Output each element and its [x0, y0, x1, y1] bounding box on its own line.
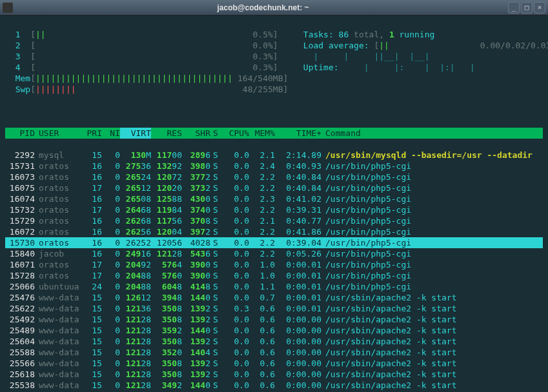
cell-s: S	[210, 303, 221, 314]
col-header-user[interactable]: USER	[35, 128, 81, 139]
cpu-meter-1: 1 [|| 0.5%] Tasks: 86 total, 1 running	[5, 29, 543, 40]
process-row[interactable]: 16075oratos17026512120203732S0.02.20:40.…	[5, 182, 543, 193]
cell-mem: 1.1	[249, 281, 275, 292]
cell-virt: 26524	[120, 172, 151, 182]
cell-shr: 1404	[182, 347, 210, 358]
cell-cmd: /usr/sbin/apache2 -k start	[321, 380, 542, 391]
cell-res: 3592	[151, 325, 182, 336]
terminal-content[interactable]: 1 [|| 0.5%] Tasks: 86 total, 1 running 2…	[0, 15, 548, 392]
process-row[interactable]: 16071oratos1702049257643900S0.01.00:00.0…	[5, 259, 543, 270]
cpu-meter-3: 3 [ 0.3%] | | ||__| |__|	[5, 51, 543, 62]
cell-mem: 1.0	[249, 270, 275, 281]
cell-virt: 12128	[120, 380, 151, 391]
process-row[interactable]: 15728oratos1702048857603900S0.01.00:00.0…	[5, 270, 543, 281]
cell-virt: 26252	[120, 237, 151, 248]
cell-virt: 27536	[120, 161, 151, 172]
cell-cpu: 0.0	[221, 226, 249, 237]
close-button[interactable]: ×	[534, 2, 545, 14]
process-row[interactable]: 25492www-data1501212835081392S0.00.60:00…	[5, 314, 543, 325]
cell-time: 0:00.00	[275, 347, 321, 358]
cell-s: S	[210, 226, 221, 237]
cell-cmd: /usr/sbin/apache2 -k start	[321, 369, 542, 380]
cell-s: S	[210, 270, 221, 281]
cell-res: 3508	[151, 369, 182, 380]
cell-shr: 3740	[182, 204, 210, 215]
column-header-row[interactable]: PIDUSERPRINIVIRTRESSHRSCPU%MEM%TIME+Comm…	[5, 128, 543, 139]
process-row[interactable]: 15731oratos16027536132923980S0.02.40:40.…	[5, 161, 543, 172]
col-header-ni[interactable]: NI	[102, 128, 120, 139]
col-header-mem[interactable]: MEM%	[249, 128, 275, 139]
cell-s: S	[210, 358, 221, 369]
col-header-time[interactable]: TIME+	[275, 128, 321, 139]
cell-shr: 1392	[182, 303, 210, 314]
cell-user: mysql	[35, 150, 81, 161]
process-row[interactable]: 25588www-data1501212835201404S0.00.60:00…	[5, 347, 543, 358]
cell-mem: 0.6	[249, 303, 275, 314]
cell-time: 0:00.01	[275, 303, 321, 314]
cell-pri: 16	[81, 237, 102, 248]
window-titlebar: jacob@codechunk.net: ~ _ □ ×	[0, 0, 548, 15]
cell-time: 0:39.04	[275, 237, 321, 248]
cell-user: ubuntuua	[35, 281, 81, 292]
process-row[interactable]: 16073oratos16026524120723772S0.02.20:40.…	[5, 172, 543, 182]
process-row[interactable]: 25066ubuntuua2402048860484148S0.01.10:00…	[5, 281, 543, 292]
cell-time: 0:40.84	[275, 172, 321, 182]
col-header-shr[interactable]: SHR	[182, 128, 210, 139]
col-header-pid[interactable]: PID	[6, 128, 35, 139]
process-row[interactable]: 25476www-data1501261239481440S0.00.70:00…	[5, 292, 543, 303]
cell-res: 11700	[151, 150, 182, 161]
process-row[interactable]: 25618www-data1501212835081392S0.00.60:00…	[5, 369, 543, 380]
process-row[interactable]: 15729oratos16026268117563708S0.02.10:40.…	[5, 215, 543, 226]
cell-virt: 12128	[120, 369, 151, 380]
cell-pid: 16075	[6, 182, 35, 193]
col-header-virt[interactable]: VIRT	[120, 128, 151, 139]
cell-virt: 130M	[120, 150, 151, 161]
col-header-pri[interactable]: PRI	[81, 128, 102, 139]
process-row[interactable]: 25489www-data1501212835921440S0.00.60:00…	[5, 325, 543, 336]
col-header-res[interactable]: RES	[151, 128, 182, 139]
cell-pri: 17	[81, 204, 102, 215]
maximize-button[interactable]: □	[521, 2, 533, 14]
process-row[interactable]: 25538www-data1501212834921440S0.00.60:00…	[5, 380, 543, 391]
col-header-s[interactable]: S	[210, 128, 221, 139]
cell-res: 12588	[151, 193, 182, 204]
cell-pid: 16072	[6, 226, 35, 237]
cell-s: S	[210, 161, 221, 172]
cell-res: 12072	[151, 172, 182, 182]
cell-cmd: /usr/bin/php5-cgi	[321, 237, 542, 248]
cell-cmd: /usr/sbin/apache2 -k start	[321, 303, 542, 314]
cell-ni: 0	[102, 204, 120, 215]
process-row[interactable]: 2292mysql150130M117002896S0.02.12:14.89/…	[5, 150, 543, 161]
cell-pri: 16	[81, 193, 102, 204]
process-row[interactable]: 15730oratos16026252120564028S0.02.20:39.…	[5, 237, 543, 248]
cell-cmd: /usr/bin/php5-cgi	[321, 259, 542, 270]
cell-s: S	[210, 172, 221, 182]
cpu-meter-2: 2 [ 0.0%] Load average: [|| 0.00/0.02/0.…	[5, 40, 543, 51]
process-row[interactable]: 16072oratos16026256120043972S0.02.20:41.…	[5, 226, 543, 237]
cell-user: oratos	[35, 182, 81, 193]
process-row[interactable]: 25566www-data1501212835081392S0.00.60:00…	[5, 358, 543, 369]
cell-time: 0:00.00	[275, 380, 321, 391]
process-row[interactable]: 25622www-data1501213635081392S0.30.60:00…	[5, 303, 543, 314]
cell-ni: 0	[102, 358, 120, 369]
cell-user: www-data	[35, 369, 81, 380]
process-row[interactable]: 25604www-data1501212835081392S0.00.60:00…	[5, 336, 543, 347]
process-row[interactable]: 15732oratos17026468119843740S0.02.20:39.…	[5, 204, 543, 215]
cell-res: 3508	[151, 303, 182, 314]
cell-cmd: /usr/sbin/apache2 -k start	[321, 325, 542, 336]
minimize-button[interactable]: _	[508, 2, 520, 14]
col-header-cmd[interactable]: Command	[321, 128, 542, 139]
cell-cmd: /usr/bin/php5-cgi	[321, 248, 542, 259]
cell-s: S	[210, 369, 221, 380]
cell-cpu: 0.0	[221, 292, 249, 303]
cell-pid: 16074	[6, 193, 35, 204]
cell-res: 3508	[151, 314, 182, 325]
process-row[interactable]: 15840jacob16024916121285436S0.02.20:05.2…	[5, 248, 543, 259]
meter-rows: 1 [|| 0.5%] Tasks: 86 total, 1 running 2…	[5, 29, 543, 95]
cell-cmd: /usr/sbin/apache2 -k start	[321, 292, 542, 303]
cell-time: 0:00.01	[275, 281, 321, 292]
col-header-cpu[interactable]: CPU%	[221, 128, 249, 139]
process-row[interactable]: 16074oratos16026508125884300S0.02.30:41.…	[5, 193, 543, 204]
cell-pid: 25588	[6, 347, 35, 358]
cell-time: 0:00.00	[275, 369, 321, 380]
